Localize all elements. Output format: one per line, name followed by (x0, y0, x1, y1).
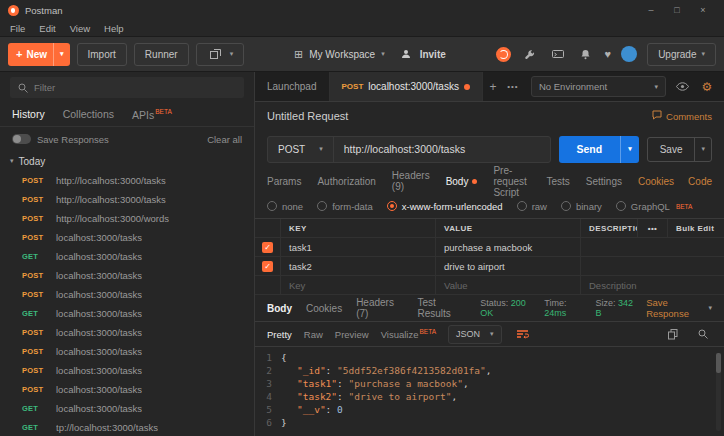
description-cell[interactable] (581, 257, 724, 275)
open-new-window-button[interactable]: ▾ (196, 43, 245, 66)
tab-launchpad[interactable]: Launchpad (255, 72, 330, 101)
tab-collections[interactable]: Collections (63, 108, 114, 120)
view-pretty[interactable]: Pretty (267, 329, 292, 340)
new-button[interactable]: + New ▾ (8, 43, 70, 66)
menu-edit[interactable]: Edit (39, 23, 55, 34)
description-cell[interactable] (581, 238, 724, 256)
history-item[interactable]: GETtp://localhost:3000/tasks (0, 418, 254, 436)
history-item[interactable]: GETlocalhost:3000/tasks (0, 304, 254, 323)
runner-button[interactable]: Runner (134, 43, 189, 66)
tab-settings[interactable]: Settings (586, 176, 622, 187)
tab-pre-request-script[interactable]: Pre-request Script (493, 165, 530, 198)
response-tab-cookies[interactable]: Cookies (306, 303, 342, 314)
wrap-lines-icon[interactable] (514, 325, 532, 343)
bulk-edit-link[interactable]: Bulk Edit (668, 219, 724, 237)
code-link[interactable]: Code (688, 176, 712, 187)
radio-none[interactable]: none (267, 201, 303, 212)
invite-button[interactable]: Invite (397, 45, 446, 63)
import-button[interactable]: Import (77, 43, 127, 66)
search-response-icon[interactable] (694, 325, 712, 343)
minimize-button[interactable]: – (638, 5, 664, 15)
radio-raw[interactable]: raw (517, 201, 547, 212)
save-response-button[interactable]: Save Response▾ (646, 297, 712, 319)
notifications-bell-icon[interactable] (577, 45, 595, 63)
menu-file[interactable]: File (10, 23, 25, 34)
response-tab-body[interactable]: Body (267, 303, 292, 314)
history-item[interactable]: POSTlocalhost:3000/tasks (0, 342, 254, 361)
radio-graphql[interactable]: GraphQLBETA (616, 201, 693, 212)
value-placeholder[interactable]: Value (436, 276, 581, 294)
history-item[interactable]: POSTlocalhost:3000/tasks (0, 266, 254, 285)
save-options-caret[interactable]: ▾ (694, 138, 711, 161)
workspace-switcher[interactable]: ⊞ My Workspace ▾ (294, 48, 385, 61)
console-icon[interactable] (549, 45, 567, 63)
sync-status-icon[interactable] (496, 47, 511, 62)
environment-quick-look-eye-icon[interactable] (673, 78, 691, 96)
comments-button[interactable]: Comments (652, 110, 712, 122)
radio-binary[interactable]: binary (561, 201, 602, 212)
history-item[interactable]: POSThttp://localhost:3000/tasks (0, 171, 254, 190)
heart-icon[interactable]: ♥ (605, 49, 612, 60)
send-button[interactable]: Send ▾ (559, 136, 639, 163)
method-selector[interactable]: POST ▾ (268, 137, 334, 162)
new-tab-button[interactable]: + (483, 72, 503, 101)
row-checkbox[interactable]: ✓ (262, 261, 273, 272)
settings-gear-icon[interactable]: ⚙ (698, 78, 716, 96)
history-section-today[interactable]: ▾ Today (0, 151, 254, 171)
value-cell[interactable]: purchase a macbook (436, 238, 581, 256)
history-item[interactable]: POSThttp://localhost:3000/tasks (0, 190, 254, 209)
filter-input[interactable] (34, 82, 236, 93)
save-button[interactable]: Save ▾ (647, 137, 712, 162)
radio-form-data[interactable]: form-data (317, 201, 373, 212)
wrench-icon[interactable] (521, 45, 539, 63)
radio-x-www-form-urlencoded[interactable]: x-www-form-urlencoded (387, 201, 503, 212)
response-tab-headers[interactable]: Headers (7) (356, 297, 403, 319)
history-item[interactable]: POSTlocalhost:3000/tasks (0, 228, 254, 247)
view-raw[interactable]: Raw (304, 329, 323, 340)
format-selector[interactable]: JSON ▾ (448, 325, 502, 344)
new-dropdown-caret[interactable]: ▾ (53, 43, 70, 66)
save-responses-toggle[interactable] (12, 134, 31, 144)
value-cell[interactable]: drive to airport (436, 257, 581, 275)
scrollbar-thumb[interactable] (716, 353, 721, 373)
response-body-editor[interactable]: 1{ 2"_id": "5ddf52ef386f4213582d01fa", 3… (255, 347, 724, 436)
history-item[interactable]: GETlocalhost:3000/tasks (0, 399, 254, 418)
history-item[interactable]: POSTlocalhost:3000/tasks (0, 285, 254, 304)
key-cell[interactable]: task2 (281, 257, 436, 275)
clear-all-link[interactable]: Clear all (207, 134, 242, 145)
tab-history[interactable]: History (12, 108, 45, 120)
table-more-button[interactable]: ••• (638, 219, 668, 237)
tab-authorization[interactable]: Authorization (317, 176, 375, 187)
response-tab-test-results[interactable]: Test Results (417, 297, 466, 319)
scrollbar[interactable] (716, 353, 721, 431)
tab-active-request[interactable]: POST localhost:3000/tasks (330, 72, 483, 101)
cookies-link[interactable]: Cookies (638, 176, 674, 187)
tab-options-button[interactable]: ••• (503, 72, 523, 101)
key-placeholder[interactable]: Key (281, 276, 436, 294)
key-cell[interactable]: task1 (281, 238, 436, 256)
view-visualize[interactable]: VisualizeBETA (381, 328, 436, 340)
history-item[interactable]: POSTlocalhost:3000/tasks (0, 361, 254, 380)
description-placeholder[interactable]: Description (581, 276, 724, 294)
tab-body[interactable]: Body (446, 176, 478, 187)
view-preview[interactable]: Preview (335, 329, 369, 340)
menu-help[interactable]: Help (104, 23, 124, 34)
row-checkbox[interactable]: ✓ (262, 242, 273, 253)
history-item[interactable]: GETlocalhost:3000/tasks (0, 247, 254, 266)
user-avatar[interactable] (621, 46, 637, 62)
send-options-caret[interactable]: ▾ (620, 136, 639, 163)
tab-headers[interactable]: Headers (9) (392, 170, 430, 192)
history-item[interactable]: POSThttp://localhost:3000/words (0, 209, 254, 228)
menu-view[interactable]: View (70, 23, 90, 34)
close-button[interactable]: × (690, 5, 716, 15)
tab-params[interactable]: Params (267, 176, 301, 187)
upgrade-button[interactable]: Upgrade ▾ (647, 43, 716, 66)
filter-search-box[interactable] (10, 77, 244, 98)
tab-apis[interactable]: APIsBETA (132, 108, 172, 121)
url-input[interactable] (334, 137, 550, 162)
copy-icon[interactable] (664, 325, 682, 343)
history-item[interactable]: POSTlocalhost:3000/tasks (0, 323, 254, 342)
history-item[interactable]: POSTlocalhost:3000/tasks (0, 380, 254, 399)
request-title[interactable]: Untitled Request (267, 110, 348, 122)
maximize-button[interactable]: □ (664, 5, 690, 15)
